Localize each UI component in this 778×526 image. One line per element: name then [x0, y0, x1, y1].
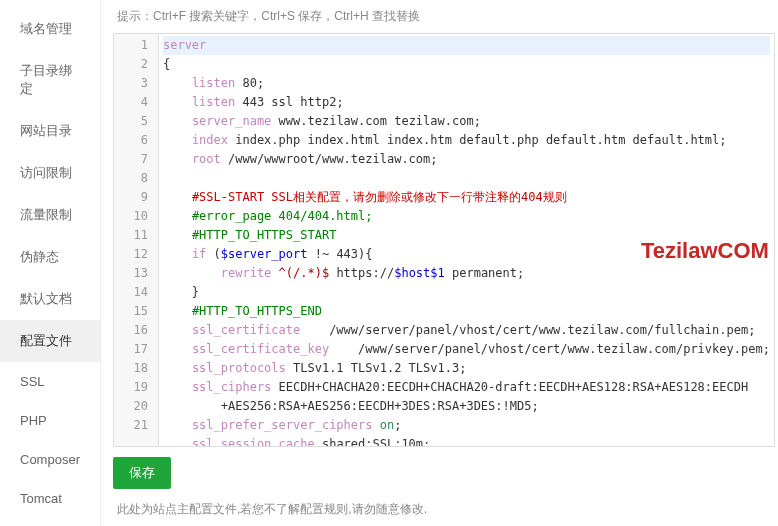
code-line[interactable]: +AES256:RSA+AES256:EECDH+3DES:RSA+3DES:!…	[163, 397, 770, 416]
code-line[interactable]	[163, 169, 770, 188]
code-line[interactable]: ssl_certificate_key /www/server/panel/vh…	[163, 340, 770, 359]
code-line[interactable]: ssl_prefer_server_ciphers on;	[163, 416, 770, 435]
code-line[interactable]: ssl_certificate /www/server/panel/vhost/…	[163, 321, 770, 340]
sidebar-item-5[interactable]: 伪静态	[0, 236, 100, 278]
code-line[interactable]: listen 443 ssl http2;	[163, 93, 770, 112]
hint-text: 提示：Ctrl+F 搜索关键字，Ctrl+S 保存，Ctrl+H 查找替换	[113, 8, 775, 25]
code-line[interactable]: }	[163, 283, 770, 302]
code-line[interactable]: ssl_ciphers EECDH+CHACHA20:EECDH+CHACHA2…	[163, 378, 770, 397]
line-gutter: 123456789101112131415161718192021	[114, 34, 159, 446]
main-panel: 提示：Ctrl+F 搜索关键字，Ctrl+S 保存，Ctrl+H 查找替换 12…	[101, 0, 778, 526]
sidebar-item-0[interactable]: 域名管理	[0, 8, 100, 50]
sidebar-item-3[interactable]: 访问限制	[0, 152, 100, 194]
footer-note: 此处为站点主配置文件,若您不了解配置规则,请勿随意修改.	[113, 501, 775, 518]
code-line[interactable]: #error_page 404/404.html;	[163, 207, 770, 226]
code-line[interactable]: ssl_protocols TLSv1.1 TLSv1.2 TLSv1.3;	[163, 359, 770, 378]
sidebar: 域名管理子目录绑定网站目录访问限制流量限制伪静态默认文档配置文件SSLPHPCo…	[0, 0, 101, 526]
code-line[interactable]: {	[163, 55, 770, 74]
code-line[interactable]: server	[163, 36, 770, 55]
sidebar-item-12[interactable]: 重定向	[0, 518, 100, 526]
code-line[interactable]: index index.php index.html index.htm def…	[163, 131, 770, 150]
sidebar-item-10[interactable]: Composer	[0, 440, 100, 479]
sidebar-item-9[interactable]: PHP	[0, 401, 100, 440]
code-line[interactable]: listen 80;	[163, 74, 770, 93]
code-line[interactable]: ssl_session_cache shared:SSL:10m;	[163, 435, 770, 446]
code-line[interactable]: if ($server_port !~ 443){	[163, 245, 770, 264]
sidebar-item-1[interactable]: 子目录绑定	[0, 50, 100, 110]
code-area[interactable]: server{ listen 80; listen 443 ssl http2;…	[159, 34, 774, 446]
sidebar-item-11[interactable]: Tomcat	[0, 479, 100, 518]
code-line[interactable]: rewrite ^(/.*)$ https://$host$1 permanen…	[163, 264, 770, 283]
sidebar-item-2[interactable]: 网站目录	[0, 110, 100, 152]
sidebar-item-4[interactable]: 流量限制	[0, 194, 100, 236]
code-line[interactable]: #HTTP_TO_HTTPS_START	[163, 226, 770, 245]
sidebar-item-6[interactable]: 默认文档	[0, 278, 100, 320]
save-button[interactable]: 保存	[113, 457, 171, 489]
sidebar-item-7[interactable]: 配置文件	[0, 320, 100, 362]
sidebar-item-8[interactable]: SSL	[0, 362, 100, 401]
code-line[interactable]: root /www/wwwroot/www.tezilaw.com;	[163, 150, 770, 169]
code-editor[interactable]: 123456789101112131415161718192021 server…	[113, 33, 775, 447]
code-line[interactable]: #SSL-START SSL相关配置，请勿删除或修改下一行带注释的404规则	[163, 188, 770, 207]
code-line[interactable]: #HTTP_TO_HTTPS_END	[163, 302, 770, 321]
code-line[interactable]: server_name www.tezilaw.com tezilaw.com;	[163, 112, 770, 131]
